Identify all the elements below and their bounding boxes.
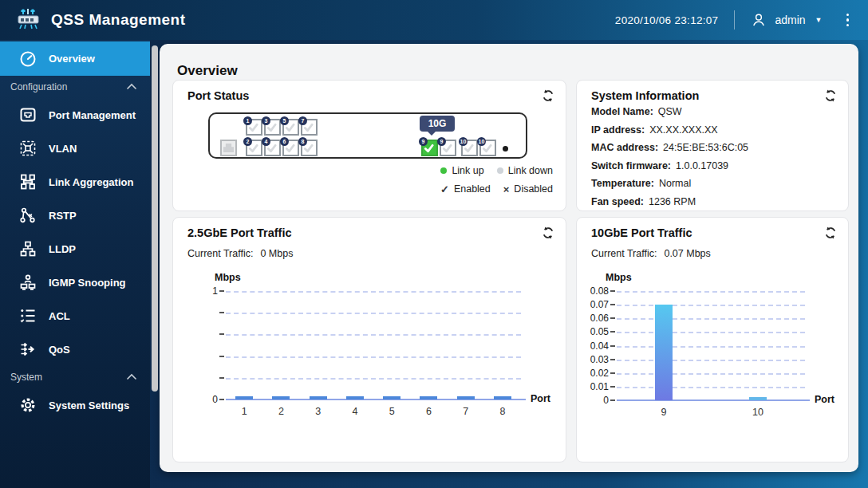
y-tick-label: 0: [181, 394, 218, 405]
y-tick-label: 0.06: [572, 313, 609, 324]
console-port[interactable]: [220, 140, 237, 156]
section-label: Configuration: [10, 81, 67, 92]
sidebar-item-label: Link Aggregation: [49, 176, 133, 188]
port-2[interactable]: 2: [246, 140, 262, 156]
sidebar-item-vlan[interactable]: VLAN: [0, 132, 150, 165]
sidebar-item-link-aggregation[interactable]: Link Aggregation: [0, 165, 150, 199]
port-3[interactable]: 3: [264, 119, 281, 136]
gridline: [226, 334, 521, 336]
y-axis-label: Mbps: [215, 272, 241, 283]
legend-row-state: ✓Enabled×Disabled: [440, 183, 553, 195]
sidebar-item-qos[interactable]: QoS: [0, 333, 150, 366]
bar-port-9: [655, 305, 673, 400]
sidebar-item-label: Overview: [49, 53, 95, 65]
bar-port-2: [272, 396, 290, 399]
x-tick-label: 3: [302, 406, 334, 417]
gridline: [226, 356, 521, 358]
igmp-icon: [19, 274, 37, 291]
page-title: Overview: [177, 63, 238, 79]
port-9-up[interactable]: 9: [421, 140, 438, 156]
info-row: Model Name:QSW: [591, 106, 837, 117]
port-4[interactable]: 4: [264, 140, 281, 156]
sidebar-item-rstp[interactable]: RSTP: [0, 199, 150, 232]
refresh-button[interactable]: [823, 226, 838, 240]
link-up-dot: [440, 167, 447, 174]
scrollbar-thumb[interactable]: [152, 45, 158, 392]
y-tick-label: 0: [572, 395, 609, 406]
sidebar-item-igmp-snooping[interactable]: IGMP Snooping: [0, 266, 150, 299]
info-value: 24:5E:BE:53:6C:05: [663, 142, 748, 153]
bar-port-7: [457, 396, 475, 399]
y-tick-label: 0.08: [572, 285, 609, 297]
sidebar-item-label: ACL: [49, 310, 70, 322]
sidebar-section-system[interactable]: System: [0, 366, 150, 388]
sidebar-item-acl[interactable]: ACL: [0, 299, 150, 333]
port-status-legend: Link upLink down✓Enabled×Disabled: [440, 165, 553, 202]
gridline: [617, 387, 805, 388]
bar-port-8: [494, 396, 511, 399]
y-tick: [219, 356, 224, 357]
app-title: QSS Management: [51, 11, 186, 29]
link-down-dot: [497, 167, 503, 174]
info-row: Switch firmware:1.0.0.17039: [591, 160, 837, 171]
x-tick-label: 5: [376, 406, 408, 417]
y-tick-label: 0.02: [572, 368, 609, 379]
info-row: MAC address:24:5E:BE:53:6C:05: [591, 142, 837, 153]
port-6[interactable]: 6: [282, 140, 299, 156]
sidebar-item-lldp[interactable]: LLDP: [0, 232, 150, 266]
y-axis-label: Mbps: [606, 272, 632, 283]
y-tick-label: 0.03: [572, 354, 609, 365]
gridline: [617, 305, 805, 306]
x-tick-label: 8: [487, 406, 519, 417]
port-9[interactable]: 9: [440, 140, 456, 156]
port-1[interactable]: 1: [246, 119, 262, 136]
y-tick: [610, 372, 615, 374]
user-menu[interactable]: admin ▼: [751, 12, 822, 28]
info-row: Temperature:Normal: [591, 178, 837, 189]
y-tick: [219, 333, 224, 335]
gridline: [617, 318, 805, 320]
top-bar: QSS Management 2020/10/06 23:12:07 admin…: [0, 0, 868, 40]
refresh-button[interactable]: [541, 226, 555, 240]
bar-port-5: [383, 396, 400, 399]
sidebar-item-overview[interactable]: Overview: [0, 41, 150, 76]
legend-label: Link up: [452, 165, 483, 176]
gear-icon: [19, 396, 37, 414]
panel-title: 2.5GbE Port Traffic: [187, 226, 292, 239]
info-row: Fan speed:1236 RPM: [591, 196, 837, 207]
sidebar-item-system-settings[interactable]: System Settings: [0, 388, 150, 422]
info-label: Model Name:: [591, 106, 653, 117]
info-label: Fan speed:: [591, 196, 644, 207]
chevron-up-icon: [126, 372, 137, 383]
x-tick-label: 6: [412, 406, 444, 417]
info-value: QSW: [658, 106, 682, 117]
refresh-button[interactable]: [541, 89, 555, 103]
refresh-button[interactable]: [823, 89, 838, 103]
sidebar-section-configuration[interactable]: Configuration: [0, 76, 150, 98]
port-10[interactable]: 10: [479, 140, 496, 156]
panel-title: System Information: [591, 89, 699, 102]
sidebar: OverviewConfigurationPort ManagementVLAN…: [0, 40, 150, 488]
sidebar-item-port-management[interactable]: Port Management: [0, 98, 150, 132]
linkagg-icon: [19, 173, 37, 191]
y-tick: [219, 399, 224, 400]
x-axis-label: Port: [531, 393, 550, 404]
topbar-divider: [734, 10, 735, 30]
indicator-dot: [503, 146, 508, 152]
current-traffic: Current Traffic:0 Mbps: [187, 248, 293, 259]
acl-icon: [19, 307, 37, 325]
port-7[interactable]: 7: [301, 119, 318, 136]
qos-icon: [19, 340, 37, 358]
rstp-icon: [19, 207, 37, 224]
y-tick-label: 1: [181, 285, 218, 297]
traffic-panel-10gbe: 10GbE Port Traffic Current Traffic:0.07 …: [576, 217, 849, 462]
info-label: MAC address:: [591, 142, 658, 153]
y-tick-label: 0.04: [572, 340, 609, 352]
y-tick-label: 0.01: [572, 381, 609, 392]
kebab-menu-icon[interactable]: [843, 10, 853, 30]
port-10[interactable]: 10: [461, 140, 478, 156]
port-5[interactable]: 5: [282, 119, 299, 136]
port-8[interactable]: 8: [301, 140, 318, 156]
check-icon: ✓: [440, 184, 449, 195]
traffic-panel-2-5gbe: 2.5GbE Port Traffic Current Traffic:0 Mb…: [172, 217, 566, 462]
